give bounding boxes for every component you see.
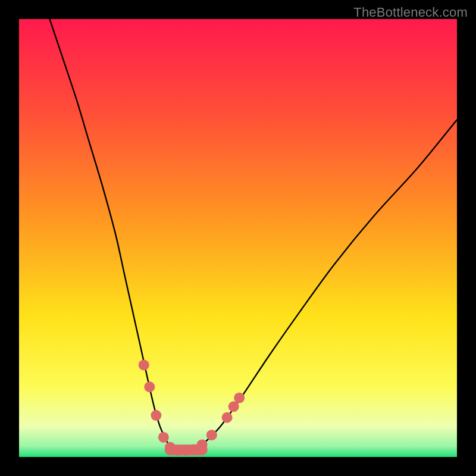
marker-dot bbox=[144, 381, 155, 392]
marker-dot bbox=[222, 412, 233, 423]
watermark-label: TheBottleneck.com bbox=[353, 5, 468, 20]
marker-dot bbox=[139, 359, 149, 370]
marker-dot bbox=[197, 439, 208, 450]
marker-dot bbox=[206, 430, 217, 440]
marker-dot bbox=[234, 393, 245, 403]
gradient-plot-area bbox=[19, 19, 457, 457]
marker-dot bbox=[151, 410, 161, 421]
chart-svg bbox=[19, 19, 457, 457]
outer-frame: TheBottleneck.com bbox=[0, 0, 476, 476]
bottleneck-curve bbox=[50, 19, 457, 451]
marker-dot bbox=[158, 432, 169, 443]
marker-dot bbox=[228, 401, 239, 412]
